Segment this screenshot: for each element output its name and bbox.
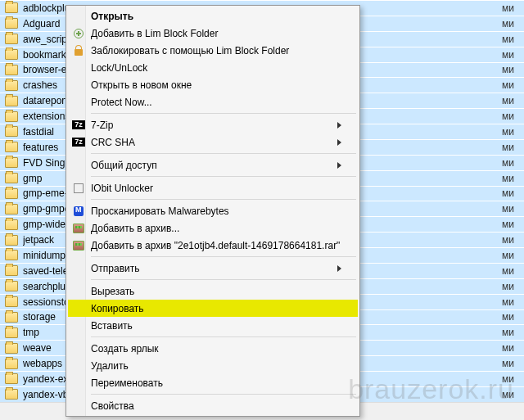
menu-iobit[interactable]: IObit Unlocker (68, 179, 358, 196)
menu-add-archive-named[interactable]: Добавить в архив "2e1otjb4.default-14691… (68, 237, 358, 254)
folder-icon (5, 327, 18, 338)
folder-icon (5, 389, 18, 400)
folder-icon (5, 80, 18, 91)
menu-7zip[interactable]: 7z 7-Zip (68, 116, 358, 133)
folder-icon (5, 157, 18, 168)
row-right-text: ми (502, 2, 524, 14)
folder-icon (5, 96, 18, 106)
menu-crc[interactable]: 7z CRC SHA (68, 133, 358, 151)
row-right-text: ми (502, 173, 524, 184)
folder-icon (5, 111, 18, 122)
folder-icon (5, 359, 18, 369)
row-right-text: ми (502, 79, 524, 91)
chevron-right-icon (337, 265, 341, 272)
folder-icon (5, 204, 18, 215)
plus-icon (71, 26, 86, 40)
row-right-text: ми (502, 389, 524, 400)
folder-icon (5, 34, 18, 44)
folder-icon (5, 173, 18, 183)
folder-icon (5, 142, 18, 152)
explorer-window: adblockpluмиAdguardмиawe_scriptsмиbookma… (0, 0, 524, 420)
row-right-text: ми (502, 296, 524, 308)
chevron-right-icon (337, 139, 341, 146)
menu-protect[interactable]: Protect Now... (68, 93, 358, 111)
separator (91, 394, 356, 395)
row-right-text: ми (502, 95, 524, 106)
menu-rename[interactable]: Переименовать (68, 374, 358, 391)
menu-block-lim[interactable]: Заблокировать с помощью Lim Block Folder (68, 42, 358, 59)
row-right-text: ми (502, 142, 524, 153)
menu-delete[interactable]: Удалить (68, 357, 358, 374)
folder-icon (5, 296, 18, 307)
winrar-icon (71, 238, 86, 252)
folder-icon (5, 65, 18, 75)
folder-icon (5, 373, 18, 384)
menu-cut[interactable]: Вырезать (68, 282, 358, 300)
separator (91, 336, 356, 337)
row-right-text: ми (502, 49, 524, 61)
separator (91, 113, 356, 114)
row-right-text: ми (502, 219, 524, 230)
row-right-text: ми (502, 373, 524, 385)
row-right-text: ми (502, 157, 524, 169)
folder-icon (5, 281, 18, 291)
malwarebytes-icon (71, 204, 86, 218)
separator (91, 153, 356, 154)
menu-add-lim[interactable]: Добавить в Lim Block Folder (68, 25, 358, 42)
row-right-text: ми (502, 265, 524, 277)
separator (91, 256, 356, 257)
menu-malwarebytes[interactable]: Просканировать Malwarebytes (68, 202, 358, 219)
separator (91, 176, 356, 177)
context-menu: Открыть Добавить в Lim Block Folder Забл… (66, 5, 360, 417)
folder-icon (5, 312, 18, 323)
sevenzip-icon: 7z (71, 118, 86, 132)
row-right-text: ми (502, 34, 524, 45)
row-right-text: ми (502, 342, 524, 354)
menu-add-archive[interactable]: Добавить в архив... (68, 219, 358, 237)
separator (91, 279, 356, 280)
menu-send[interactable]: Отправить (68, 260, 358, 277)
row-right-text: ми (502, 111, 524, 122)
menu-share[interactable]: Общий доступ (68, 156, 358, 174)
row-right-text: ми (502, 311, 524, 323)
separator (91, 199, 356, 200)
folder-icon (5, 265, 18, 276)
menu-lock[interactable]: Lock/UnLock (68, 59, 358, 76)
menu-shortcut[interactable]: Создать ярлык (68, 340, 358, 357)
menu-properties[interactable]: Свойства (68, 397, 358, 414)
menu-paste[interactable]: Вставить (68, 317, 358, 334)
iobit-icon (71, 181, 86, 195)
row-right-text: ми (502, 327, 524, 338)
folder-icon (5, 2, 18, 13)
winrar-icon (71, 221, 86, 235)
row-right-text: ми (502, 18, 524, 29)
folder-icon (5, 49, 18, 60)
row-right-text: ми (502, 358, 524, 369)
row-right-text: ми (502, 64, 524, 75)
menu-open-new[interactable]: Открыть в новом окне (68, 76, 358, 93)
row-right-text: ми (502, 126, 524, 138)
folder-icon (5, 126, 18, 137)
folder-icon (5, 235, 18, 246)
row-right-text: ми (502, 281, 524, 292)
chevron-right-icon (337, 162, 341, 169)
folder-icon (5, 343, 18, 354)
row-right-text: ми (502, 187, 524, 199)
folder-icon (5, 250, 18, 260)
row-right-text: ми (502, 250, 524, 261)
folder-icon (5, 219, 18, 230)
row-right-text: ми (502, 234, 524, 246)
crc-icon: 7z (71, 135, 86, 149)
lock-icon (71, 43, 86, 57)
menu-copy[interactable]: Копировать (68, 300, 358, 317)
folder-icon (5, 188, 18, 199)
chevron-right-icon (337, 122, 341, 129)
menu-open[interactable]: Открыть (68, 7, 358, 25)
folder-icon (5, 18, 18, 29)
row-right-text: ми (502, 203, 524, 215)
